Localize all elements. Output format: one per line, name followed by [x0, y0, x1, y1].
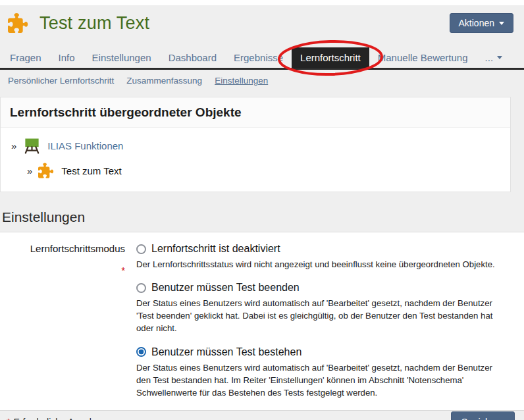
option-label[interactable]: Lernfortschritt ist deaktiviert — [151, 243, 280, 255]
tab-lernfortschritt[interactable]: Lernfortschritt — [292, 47, 369, 68]
option-lernfortschritt-deaktiviert: Lernfortschritt ist deaktiviert Der Lern… — [136, 243, 508, 271]
option-test-beenden: Benutzer müssen Test beenden Der Status … — [136, 282, 508, 334]
subtab-persoenlicher-lernfortschritt[interactable]: Persönlicher Lernfortschritt — [8, 76, 114, 86]
required-marker: * — [0, 265, 125, 276]
tab-info[interactable]: Info — [50, 47, 84, 68]
tab-bar: Fragen Info Einstellungen Dashboard Erge… — [0, 47, 524, 70]
tree-link-ilias-funktionen[interactable]: ILIAS Funktionen — [47, 140, 123, 151]
tab-overflow-label: ... — [485, 52, 494, 63]
subtab-einstellungen[interactable]: Einstellungen — [215, 76, 268, 86]
tab-ergebnisse[interactable]: Ergebnisse — [225, 47, 292, 68]
save-button[interactable]: Speichern — [451, 411, 515, 420]
option-test-bestehen: Benutzer müssen Test bestehen Der Status… — [136, 346, 508, 399]
form-input-column: Lernfortschritt ist deaktiviert Der Lern… — [136, 243, 524, 410]
option-description: Der Status eines Benutzers wird automati… — [136, 297, 508, 334]
required-note-text: Erforderliche Angabe — [13, 417, 99, 420]
tab-dashboard[interactable]: Dashboard — [160, 47, 225, 68]
actions-button[interactable]: Aktionen — [450, 13, 513, 33]
caret-down-icon — [497, 56, 502, 59]
tab-einstellungen[interactable]: Einstellungen — [84, 47, 160, 68]
tree-row-ilias-funktionen: » ILIAS Funktionen — [1, 133, 510, 159]
radio-test-beenden[interactable] — [136, 283, 146, 293]
settings-section-title: Einstellungen — [2, 209, 524, 225]
category-board-icon — [22, 137, 41, 155]
tab-fragen[interactable]: Fragen — [1, 47, 50, 68]
test-puzzle-icon — [38, 163, 55, 178]
top-strip — [0, 0, 524, 5]
parent-objects-card: Lernfortschritt übergeordneter Objekte »… — [0, 97, 511, 192]
page-title: Test zum Text — [39, 13, 149, 34]
required-marker: * — [7, 417, 10, 420]
form-footer: *Erforderliche Angabe Speichern — [0, 410, 524, 420]
tree-row-test-zum-text: » Test zum Text — [1, 159, 510, 182]
option-description: Der Lernfortschrittsstatus wird nicht an… — [136, 258, 508, 271]
form-row-lernfortschrittsmodus: Lernfortschrittsmodus * Lernfortschritt … — [0, 243, 524, 410]
subtab-zusammenfassung[interactable]: Zusammenfassung — [126, 76, 202, 86]
caret-down-icon — [499, 22, 504, 25]
option-label[interactable]: Benutzer müssen Test beenden — [151, 282, 300, 294]
tree-bullet: » — [11, 140, 16, 151]
field-label-lernfortschrittsmodus: Lernfortschrittsmodus — [30, 243, 125, 254]
save-button-label: Speichern — [461, 417, 504, 420]
option-description: Der Status eines Benutzers wird automati… — [136, 361, 508, 399]
form-label-column: Lernfortschrittsmodus * — [0, 243, 136, 410]
settings-form: Lernfortschrittsmodus * Lernfortschritt … — [0, 232, 524, 410]
option-label[interactable]: Benutzer müssen Test bestehen — [151, 346, 301, 358]
required-note: *Erforderliche Angabe — [7, 417, 99, 420]
radio-test-bestehen[interactable] — [136, 347, 146, 357]
tab-overflow-menu[interactable]: ... — [477, 47, 511, 68]
header: Test zum Text Aktionen — [0, 5, 524, 38]
test-puzzle-icon — [8, 12, 30, 34]
tree-label-test-zum-text: Test zum Text — [61, 165, 121, 176]
radio-lernfortschritt-deaktiviert[interactable] — [136, 244, 146, 254]
tab-lernfortschritt-label: Lernfortschritt — [300, 52, 361, 63]
actions-button-label: Aktionen — [459, 18, 494, 28]
tree-bullet: » — [27, 165, 32, 176]
parent-objects-tree: » ILIAS Funktionen » Test zum Text — [1, 128, 510, 192]
subtab-bar: Persönlicher Lernfortschritt Zusammenfas… — [0, 70, 524, 93]
tab-manuelle-bewertung[interactable]: Manuelle Bewertung — [369, 47, 477, 68]
parent-objects-title: Lernfortschritt übergeordneter Objekte — [1, 97, 510, 128]
